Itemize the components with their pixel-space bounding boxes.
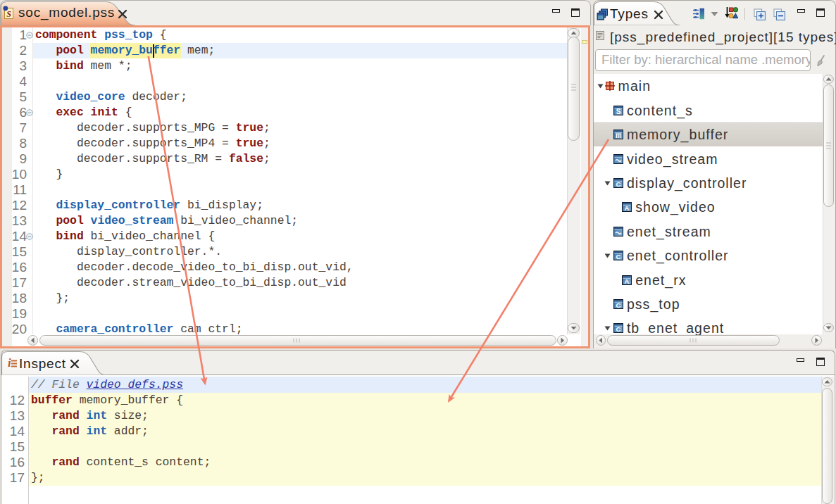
svg-text:A: A	[625, 204, 630, 212]
svg-text:C: C	[616, 253, 620, 260]
svg-text:S: S	[6, 9, 11, 19]
svg-text:C: C	[616, 325, 620, 333]
svg-text:S: S	[616, 108, 621, 115]
svg-text:C: C	[616, 301, 620, 309]
svg-text:i: i	[8, 356, 11, 369]
svg-text:C: C	[616, 180, 620, 188]
svg-text:A: A	[625, 277, 630, 284]
